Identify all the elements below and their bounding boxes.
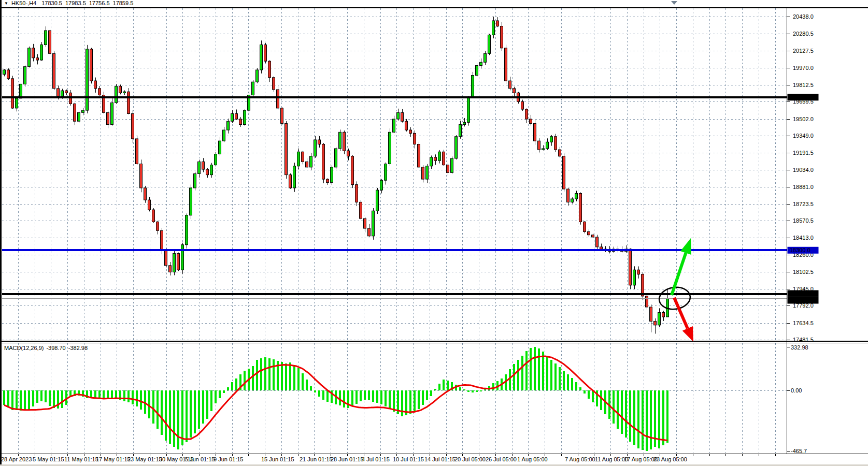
price-tick: 19812.5: [793, 82, 814, 88]
candle: [629, 249, 632, 289]
candle: [177, 253, 180, 271]
macd-bar: [223, 390, 225, 393]
candle: [281, 107, 283, 124]
symbol-dropdown-icon[interactable]: ▼: [4, 1, 8, 6]
macd-bar: [385, 390, 387, 406]
macd-bar: [264, 357, 266, 390]
macd-signal-value: -382.98: [68, 345, 88, 351]
macd-bar: [666, 390, 668, 443]
price-tick: 18881.0: [793, 184, 814, 190]
macd-bar: [637, 390, 639, 448]
candle: [256, 68, 259, 83]
time-label: 14 Jul 01:15: [424, 456, 456, 462]
price-tick: 17481.5: [793, 337, 814, 343]
macd-bar: [642, 390, 644, 450]
time-label: 23 Aug 05:00: [653, 456, 687, 462]
macd-bar: [103, 390, 105, 399]
price-tick: 18413.0: [793, 235, 814, 241]
macd-tick: 0.00: [791, 387, 802, 394]
macd-bar: [161, 390, 163, 435]
macd-bar: [40, 390, 42, 401]
macd-bar: [16, 390, 18, 410]
macd-bar: [127, 390, 130, 402]
macd-bar: [525, 351, 528, 390]
macd-bar: [563, 371, 565, 390]
macd-bar: [409, 390, 411, 414]
macd-bar: [625, 390, 627, 438]
macd-bar: [372, 390, 374, 402]
macd-bar: [140, 390, 142, 410]
macd-bar: [389, 390, 391, 409]
macd-bar: [297, 368, 300, 390]
candle: [289, 173, 292, 189]
macd-bar: [538, 348, 540, 390]
macd-bar: [422, 390, 424, 405]
macd-bar: [198, 390, 200, 429]
time-label: 23 May 01:15: [127, 456, 162, 462]
macd-bar: [567, 374, 569, 390]
macd-name: MACD(12,26,9): [4, 345, 44, 351]
candle: [331, 165, 333, 185]
candle: [455, 135, 458, 159]
macd-bar: [360, 390, 362, 401]
chart-canvas[interactable]: 20438.020280.520127.519970.019812.519659…: [0, 0, 868, 466]
macd-bar: [306, 380, 308, 390]
macd-bar: [588, 390, 590, 399]
macd-bar: [181, 390, 183, 445]
macd-bar: [186, 390, 188, 442]
time-label: 4 Jul 01:15: [362, 456, 390, 462]
symbol-period-label: HK50-,H4: [11, 0, 36, 6]
macd-bar: [165, 390, 167, 441]
macd-bar: [36, 390, 38, 403]
macd-bar: [293, 365, 295, 390]
macd-bar: [579, 387, 581, 390]
candle: [273, 76, 275, 92]
macd-tick: -465.7: [791, 448, 807, 454]
time-label: 28 Jun 01:15: [331, 456, 364, 462]
quote-close: 17859.5: [113, 0, 134, 6]
candle: [11, 76, 14, 109]
time-label: 11 Aug 05:00: [595, 456, 628, 462]
time-label: 26 Jul 05:00: [486, 456, 517, 462]
macd-indicator-label: MACD(12,26,9)-398.70-382.98: [4, 345, 90, 351]
candle: [389, 128, 391, 166]
macd-bar: [314, 390, 316, 392]
mt4-chart-window: ▼HK50-,H417830.517983.517756.517859.5 MA…: [0, 0, 868, 466]
macd-bar: [662, 390, 664, 445]
macd-bar: [244, 371, 246, 390]
candle: [563, 153, 565, 191]
candle: [49, 30, 51, 55]
macd-bar: [202, 390, 204, 424]
macd-bar: [285, 363, 287, 390]
macd-bar: [629, 390, 631, 442]
price-tick: 18102.5: [793, 269, 814, 275]
macd-bar: [542, 352, 544, 390]
price-pane-surface[interactable]: [2, 8, 787, 341]
time-label: 17 Aug 05:00: [624, 456, 658, 462]
candle: [181, 243, 184, 274]
candle: [343, 130, 346, 154]
price-tick: 18570.5: [793, 217, 814, 224]
candle: [260, 40, 263, 74]
price-level-badge-text: 18300.0: [790, 247, 810, 253]
macd-bar: [152, 390, 154, 424]
macd-bar: [480, 390, 482, 391]
candle: [554, 134, 557, 152]
candle: [472, 72, 474, 98]
macd-bar: [235, 378, 237, 390]
macd-bar: [575, 382, 577, 390]
macd-bar: [393, 390, 395, 412]
macd-bar: [45, 390, 47, 402]
macd-bar: [484, 389, 486, 390]
macd-bar: [414, 390, 416, 412]
quote-open: 17830.5: [41, 0, 62, 6]
macd-bar: [7, 390, 9, 407]
candle: [360, 200, 362, 220]
macd-bar: [132, 390, 134, 404]
macd-bar: [343, 390, 345, 407]
macd-bar: [281, 362, 283, 390]
time-label: 11 May 01:15: [64, 456, 98, 462]
price-tick: 18723.5: [793, 201, 814, 207]
price-tick: 17634.5: [793, 320, 814, 326]
macd-bar: [418, 390, 420, 409]
